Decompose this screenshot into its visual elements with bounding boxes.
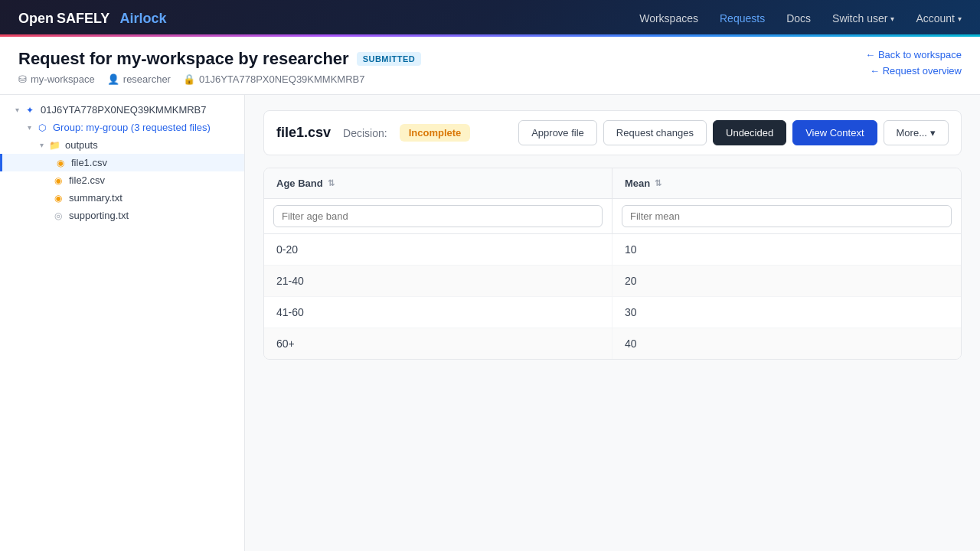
folder-icon: 📁	[48, 140, 60, 151]
tree-group[interactable]: ▾ ⬡ Group: my-group (3 requested files)	[0, 119, 244, 136]
switch-user-dropdown[interactable]: Switch user ▾	[832, 12, 894, 24]
table-header: Age Band ⇅ Mean ⇅	[264, 168, 961, 199]
cell-age-band-0: 0-20	[264, 234, 612, 265]
brand-open: Open	[18, 11, 54, 27]
file-header: file1.csv Decision: Incomplete Approve f…	[263, 110, 962, 155]
col-mean-label: Mean	[625, 178, 650, 189]
page-meta: ⛁ my-workspace 👤 researcher 🔒 01J6YTA778…	[18, 73, 421, 85]
undecided-button[interactable]: Undecided	[713, 120, 786, 145]
action-buttons: Approve file Request changes Undecided V…	[518, 120, 949, 145]
filter-mean-input[interactable]	[622, 205, 952, 227]
root-icon: ✦	[24, 105, 36, 116]
account-dropdown[interactable]: Account ▾	[916, 12, 962, 24]
supporting-status-icon: ◎	[52, 210, 64, 221]
meta-user: 👤 researcher	[107, 73, 171, 85]
account-label: Account	[916, 12, 955, 24]
group-label: Group: my-group (3 requested files)	[53, 122, 235, 133]
outputs-label: outputs	[65, 139, 235, 151]
file1-status-icon: ◉	[54, 158, 67, 168]
summary-label: summary.txt	[69, 192, 235, 204]
supporting-label: supporting.txt	[69, 210, 235, 221]
sidebar: ▾ ✦ 01J6YTA778PX0NEQ39KMMKMRB7 ▾ ⬡ Group…	[0, 95, 245, 551]
workspace-icon: ⛁	[18, 73, 27, 85]
more-button[interactable]: More... ▾	[884, 120, 949, 145]
more-label: More...	[897, 127, 927, 139]
request-id-text: 01J6YTA778PX0NEQ39KMMKMRB7	[199, 73, 365, 85]
nav-docs[interactable]: Docs	[786, 12, 811, 24]
meta-username: researcher	[123, 73, 171, 85]
cell-mean-2: 30	[612, 297, 961, 328]
table-row: 21-40 20	[264, 266, 961, 297]
filter-cell-mean	[612, 199, 961, 233]
meta-request-id: 🔒 01J6YTA778PX0NEQ39KMMKMRB7	[183, 73, 365, 85]
tree-file-supporting[interactable]: ◎ supporting.txt	[0, 207, 244, 224]
nav-workspaces[interactable]: Workspaces	[639, 12, 698, 24]
outputs-chevron-icon: ▾	[40, 141, 44, 149]
col-age-band-sort-icon[interactable]: ⇅	[328, 178, 335, 188]
file1-label: file1.csv	[71, 157, 235, 168]
col-mean-sort-icon[interactable]: ⇅	[655, 178, 662, 188]
more-chevron-icon: ▾	[930, 127, 936, 139]
brand-logo[interactable]: OpenSAFELY Airlock	[18, 11, 166, 27]
meta-workspace: ⛁ my-workspace	[18, 73, 95, 85]
group-folder-icon: ⬡	[36, 122, 48, 133]
decision-label: Decision:	[343, 127, 387, 139]
page-header: Request for my-workspace by researcher S…	[0, 37, 980, 95]
page-header-left: Request for my-workspace by researcher S…	[18, 49, 421, 85]
user-icon: 👤	[107, 73, 119, 85]
group-chevron-icon: ▾	[28, 123, 31, 132]
tree-outputs-folder[interactable]: ▾ 📁 outputs	[0, 136, 244, 154]
filter-cell-age-band	[264, 199, 612, 233]
navbar-links: Workspaces Requests Docs Switch user ▾ A…	[639, 12, 962, 24]
col-mean[interactable]: Mean ⇅	[612, 168, 961, 198]
cell-mean-3: 40	[612, 328, 961, 359]
workspace-name: my-workspace	[31, 73, 95, 85]
cell-age-band-1: 21-40	[264, 266, 612, 296]
tree-file-file2[interactable]: ◉ file2.csv	[0, 171, 244, 189]
status-badge: SUBMITTED	[357, 52, 422, 66]
page-header-right: ← Back to workspace ← Request overview	[865, 49, 962, 77]
tree-file-summary[interactable]: ◉ summary.txt	[0, 189, 244, 207]
file-name: file1.csv	[276, 125, 331, 141]
cell-mean-1: 20	[612, 266, 961, 296]
brand-safely: SAFELY	[57, 11, 109, 27]
request-overview-link[interactable]: ← Request overview	[870, 65, 962, 77]
filter-row	[264, 199, 961, 234]
cell-age-band-3: 60+	[264, 328, 612, 359]
approve-file-button[interactable]: Approve file	[518, 120, 597, 145]
table-row: 41-60 30	[264, 297, 961, 328]
main-layout: ▾ ✦ 01J6YTA778PX0NEQ39KMMKMRB7 ▾ ⬡ Group…	[0, 95, 980, 551]
nav-requests[interactable]: Requests	[720, 12, 765, 24]
cell-mean-0: 10	[612, 234, 961, 265]
root-chevron-icon: ▾	[15, 106, 19, 114]
tree-file-file1[interactable]: ◉ file1.csv	[0, 154, 244, 171]
decision-badge: Incomplete	[400, 124, 471, 142]
brand-airlock: Airlock	[119, 11, 166, 27]
tree-root[interactable]: ▾ ✦ 01J6YTA778PX0NEQ39KMMKMRB7	[0, 101, 244, 119]
filter-age-band-input[interactable]	[273, 205, 603, 227]
data-table: Age Band ⇅ Mean ⇅ 0-20 10	[263, 168, 962, 360]
col-age-band[interactable]: Age Band ⇅	[264, 168, 612, 198]
page-title: Request for my-workspace by researcher S…	[18, 49, 421, 69]
content-area: file1.csv Decision: Incomplete Approve f…	[245, 95, 980, 551]
switch-user-label: Switch user	[832, 12, 887, 24]
navbar: OpenSAFELY Airlock Workspaces Requests D…	[0, 0, 980, 37]
file2-status-icon: ◉	[52, 175, 64, 186]
switch-user-chevron-icon: ▾	[890, 15, 894, 23]
page-title-text: Request for my-workspace by researcher	[18, 49, 349, 69]
request-changes-button[interactable]: Request changes	[603, 120, 707, 145]
file2-label: file2.csv	[69, 174, 235, 186]
back-to-workspace-link[interactable]: ← Back to workspace	[865, 49, 962, 60]
account-chevron-icon: ▾	[958, 15, 962, 23]
view-context-button[interactable]: View Context	[792, 120, 877, 145]
table-row: 0-20 10	[264, 234, 961, 266]
table-row: 60+ 40	[264, 328, 961, 359]
summary-status-icon: ◉	[52, 193, 64, 204]
id-icon: 🔒	[183, 73, 195, 85]
cell-age-band-2: 41-60	[264, 297, 612, 328]
root-label: 01J6YTA778PX0NEQ39KMMKMRB7	[41, 104, 235, 116]
col-age-band-label: Age Band	[276, 178, 323, 189]
